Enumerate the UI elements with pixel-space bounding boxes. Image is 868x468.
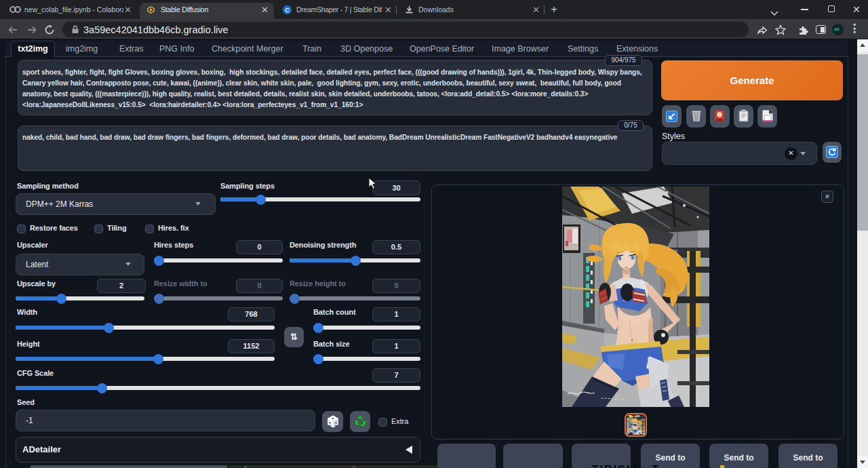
- svg-text:C: C: [285, 7, 290, 14]
